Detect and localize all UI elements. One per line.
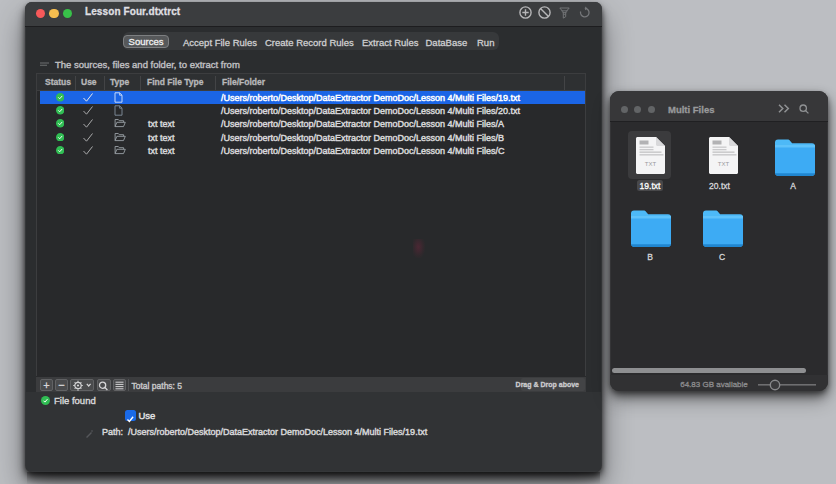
svg-text:TXT: TXT — [718, 161, 730, 167]
svg-text:TXT: TXT — [645, 161, 657, 167]
